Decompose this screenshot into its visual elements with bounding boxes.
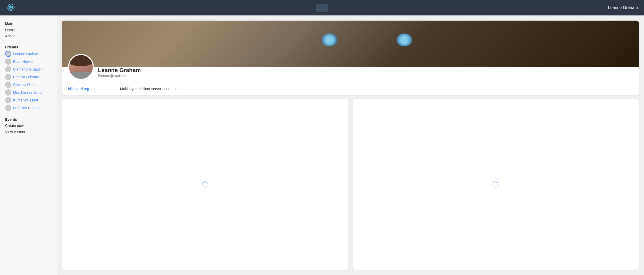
friend-avatar [5,51,11,57]
avatar-face [69,55,93,79]
cards-row [62,99,639,270]
sidebar-friend-item[interactable]: Patricia Lebsack [5,74,52,80]
loading-card-right [353,99,639,270]
avatar-turtleneck [71,72,90,79]
sidebar-divider-2 [5,113,52,113]
profile-company: Multi-layered client-server neural-net [120,87,179,91]
logo [6,3,15,12]
friend-name[interactable]: Nicholas Runolfs [13,106,40,110]
sidebar-events-label: Events [5,117,52,122]
profile-card: Leanne Graham Sincere@april.biz hildegar… [62,21,639,95]
avatar-hair [69,55,93,66]
friend-name[interactable]: Ervin Howell [13,59,33,64]
sidebar-item-home[interactable]: Home [5,27,52,32]
react-logo-icon [6,3,15,12]
header-username: Leanne Graham [608,5,638,10]
sidebar-friend-item[interactable]: Ervin Howell [5,58,52,65]
profile-website-link[interactable]: hildegard.org [68,87,89,91]
sidebar-friend-item[interactable]: Mrs. Dennis Schu [5,89,52,96]
loading-spinner-right [492,182,499,188]
friend-avatar [5,89,11,96]
svg-point-3 [10,7,11,8]
friend-name[interactable]: Mrs. Dennis Schu [13,90,41,94]
sidebar-main-label: Main [5,22,52,26]
loading-spinner-left [202,182,208,188]
app-header: 1 Leanne Graham [0,0,644,15]
loading-card-left [62,99,348,270]
friend-avatar [5,66,11,72]
sidebar-friend-item[interactable]: Leanne Graham [5,51,52,57]
friend-name[interactable]: Kurtis Weissnat [13,98,38,102]
app-layout: Main Home About Friends Leanne Graham Er… [0,15,644,275]
friend-avatar [5,74,11,80]
cat-eye-right [397,33,412,46]
friend-name[interactable]: Patricia Lebsack [13,75,40,79]
profile-details-row: hildegard.org Multi-layered client-serve… [62,84,639,95]
sidebar-friend-item[interactable]: Clementine Bauch [5,66,52,72]
profile-text: Leanne Graham Sincere@april.biz [98,67,141,80]
sidebar: Main Home About Friends Leanne Graham Er… [0,15,57,275]
profile-name: Leanne Graham [98,67,141,74]
cat-eye-left [322,33,337,46]
header-center: 1 [316,4,328,12]
friend-avatar [5,105,11,111]
profile-email: Sincere@april.biz [98,74,141,78]
profile-avatar [68,54,94,80]
main-content: Leanne Graham Sincere@april.biz hildegar… [57,15,644,275]
sidebar-friend-item[interactable]: Chelsey Dietrich [5,82,52,88]
profile-info-row: Leanne Graham Sincere@april.biz [62,54,639,84]
sidebar-item-view-events[interactable]: View current [5,129,52,134]
sidebar-item-about[interactable]: About [5,33,52,39]
sidebar-friend-item[interactable]: Nicholas Runolfs [5,105,52,111]
friend-avatar [5,58,11,65]
sidebar-divider-1 [5,41,52,41]
friend-avatar [5,97,11,103]
friend-name[interactable]: Leanne Graham [13,52,39,56]
sidebar-item-create-event[interactable]: Create new [5,123,52,128]
friend-avatar [5,82,11,88]
sidebar-friends-label: Friends [5,45,52,49]
sidebar-friend-item[interactable]: Kurtis Weissnat [5,97,52,103]
badge-button[interactable]: 1 [316,4,328,12]
friend-name[interactable]: Clementine Bauch [13,67,43,71]
friend-name[interactable]: Chelsey Dietrich [13,83,39,87]
